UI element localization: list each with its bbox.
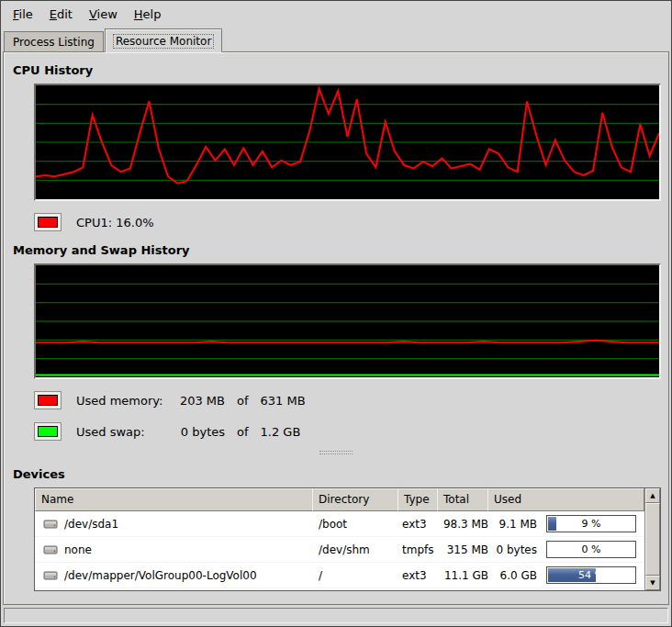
system-monitor-window: File Edit View Help Process Listing Reso… [0,0,672,627]
tab-resource-monitor[interactable]: Resource Monitor [105,28,222,52]
device-usage-progressbar: 9 % [546,515,636,532]
status-bar [1,605,671,626]
drive-icon [43,543,58,557]
progress-percent-label: 0 % [547,542,635,557]
device-directory: /boot [313,518,399,531]
menu-help[interactable]: Help [126,4,170,25]
device-usage-progressbar: 0 % [546,541,636,558]
device-name: /dev/sda1 [64,518,118,531]
scroll-up-button[interactable]: ▲ [645,488,660,503]
tab-process-listing-label: Process Listing [13,36,95,49]
memory-swap-graph [34,263,661,379]
menu-edit[interactable]: Edit [41,4,81,25]
memory-of-label: of [237,394,249,408]
menu-bar: File Edit View Help [1,1,671,27]
scroll-down-icon: ▼ [650,580,655,587]
cpu-history-title: CPU History [13,63,668,77]
device-total: 11.1 GB [440,569,491,582]
menu-file[interactable]: File [5,4,41,25]
scrollbar-thumb[interactable] [645,503,660,576]
devices-title: Devices [13,467,668,481]
vertical-scrollbar[interactable]: ▲ ▼ [644,488,660,590]
column-header-total[interactable]: Total [437,488,488,511]
device-row-sda1[interactable]: /dev/sda1 /boot ext3 98.3 MB 9.1 MB 9 % [35,511,644,537]
device-used: 9.1 MB [491,518,537,531]
device-type: ext3 [399,569,440,582]
device-directory: / [313,569,399,582]
swap-total-value: 1.2 GB [261,425,301,439]
devices-table: Name Directory Type Total Used [34,487,661,591]
scroll-up-icon: ▲ [650,493,655,499]
devices-table-body: /dev/sda1 /boot ext3 98.3 MB 9.1 MB 9 % [35,511,644,590]
device-used: 0 bytes [491,543,537,556]
progress-percent-label: 9 % [547,516,635,532]
column-header-directory[interactable]: Directory [312,488,398,511]
column-header-used[interactable]: Used [487,488,644,511]
progress-percent-label: 54 % [547,567,635,583]
memory-usage-line [36,341,659,343]
devices-table-header: Name Directory Type Total Used [35,488,644,511]
device-usage-progressbar: 54 % [546,566,636,584]
swap-of-label: of [237,425,249,439]
device-directory: /dev/shm [313,543,399,556]
tab-bar: Process Listing Resource Monitor [1,27,671,51]
cpu-legend-label: CPU1: 16.0% [76,216,154,230]
status-frame [4,608,668,623]
memory-legend-label: Used memory: [76,394,168,408]
cpu-legend: CPU1: 16.0% [34,212,668,232]
swap-used-value: 0 bytes [168,425,225,439]
resource-monitor-page: CPU History CPU1: 16.0% Memory and Swap … [3,51,669,605]
memory-legend-swatch [34,391,62,409]
device-type: ext3 [399,518,440,531]
memory-graph-canvas [36,265,659,377]
device-used: 6.0 GB [491,569,537,582]
memory-history-title: Memory and Swap History [13,243,668,257]
drive-icon [43,568,58,583]
memory-legend: Used memory: 203 MB of 631 MB [34,390,668,410]
memory-total-value: 631 MB [261,394,306,408]
tab-process-listing[interactable]: Process Listing [4,31,104,51]
drive-icon [43,517,58,532]
cpu-history-graph [34,84,661,201]
pane-resize-grip[interactable] [319,451,353,456]
cpu-usage-line [36,89,659,184]
cpu-legend-swatch [34,213,62,231]
memory-color-chip [38,395,58,406]
swap-legend: Used swap: 0 bytes of 1.2 GB [34,421,668,442]
cpu-color-chip [38,217,58,228]
scroll-down-button[interactable]: ▼ [645,576,660,590]
device-row-volgroup[interactable]: /dev/mapper/VolGroup00-LogVol00 / ext3 1… [35,563,644,588]
swap-legend-swatch [34,422,62,441]
device-name: none [64,543,92,556]
devices-table-main: Name Directory Type Total Used [35,488,644,590]
memory-used-value: 203 MB [168,394,225,408]
swap-legend-label: Used swap: [76,425,168,439]
device-total: 315 MB [440,543,491,556]
swap-color-chip [38,426,58,437]
tab-resource-monitor-label: Resource Monitor [114,35,213,48]
device-total: 98.3 MB [440,518,491,531]
column-header-type[interactable]: Type [398,488,438,511]
device-type: tmpfs [399,543,440,556]
device-row-none[interactable]: none /dev/shm tmpfs 315 MB 0 bytes 0 % [35,537,644,563]
menu-view[interactable]: View [81,4,126,25]
device-name: /dev/mapper/VolGroup00-LogVol00 [64,569,257,582]
cpu-graph-canvas [36,85,659,199]
column-header-name[interactable]: Name [35,488,313,511]
